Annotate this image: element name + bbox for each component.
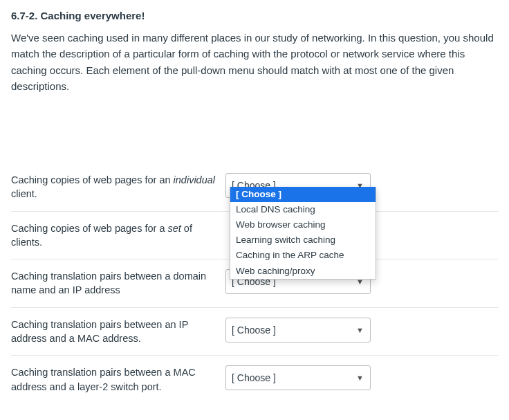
dropdown-option[interactable]: Caching in the ARP cache xyxy=(230,248,376,263)
matching-area: Caching copies of web pages for an indiv… xyxy=(11,163,498,403)
dropdown-option[interactable]: [ Choose ] xyxy=(230,187,376,202)
match-description: Caching copies of web pages for a set of… xyxy=(11,221,225,250)
dropdown-popup: [ Choose ]Local DNS cachingWeb browser c… xyxy=(230,187,376,280)
match-row: Caching translation pairs between an IP … xyxy=(11,308,498,356)
match-description: Caching translation pairs between a doma… xyxy=(11,269,225,298)
match-description: Caching copies of web pages for an indiv… xyxy=(11,173,225,201)
match-select-wrap: [ Choose ] ▼ xyxy=(225,365,371,390)
question-body: We've seen caching used in many differen… xyxy=(11,30,498,94)
dropdown-option[interactable]: Web browser caching xyxy=(230,217,376,232)
dropdown-option[interactable]: Local DNS caching xyxy=(230,202,376,217)
match-description: Caching translation pairs between a MAC … xyxy=(11,365,225,394)
match-row: Caching copies of web pages for a set of… xyxy=(11,212,498,260)
match-row: Caching translation pairs between a MAC … xyxy=(11,356,498,403)
question-container: 6.7-2. Caching everywhere! We've seen ca… xyxy=(0,0,509,420)
match-description: Caching translation pairs between an IP … xyxy=(11,318,225,346)
dropdown-option[interactable]: Web caching/proxy xyxy=(230,264,376,279)
dropdown-option[interactable]: Learning switch caching xyxy=(230,232,376,248)
match-select-wrap: [ Choose ] ▼ xyxy=(225,318,371,343)
question-title: 6.7-2. Caching everywhere! xyxy=(11,10,498,21)
match-select[interactable]: [ Choose ] xyxy=(225,365,371,390)
match-select[interactable]: [ Choose ] xyxy=(225,318,371,343)
